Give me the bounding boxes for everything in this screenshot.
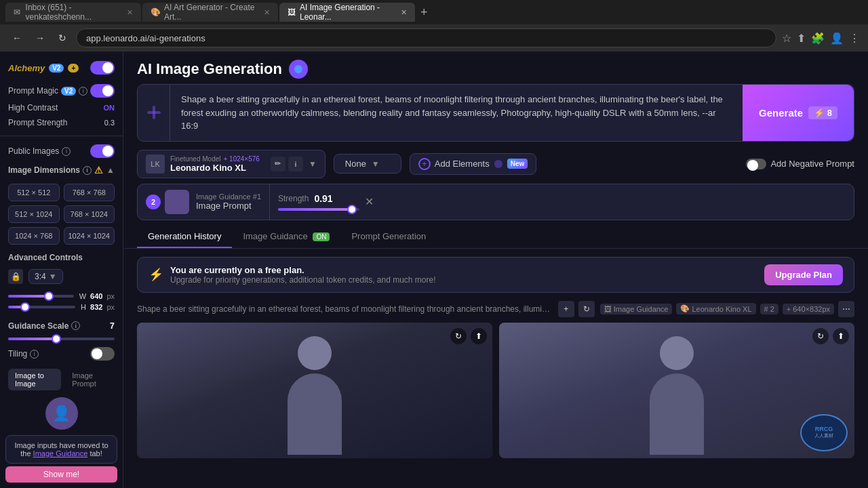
gen-more-icon[interactable]: ⋯ [838,301,854,317]
refresh-button[interactable]: ↻ [54,30,71,46]
height-slider-thumb[interactable] [20,302,30,312]
prompt-strength-row: Prompt Strength 0.3 [0,115,123,130]
share-icon[interactable]: ⬆ [797,32,806,45]
gen-size-icon: + [787,305,791,313]
svg-point-3 [494,160,502,168]
prompt-magic-label: Prompt Magic V2 i [8,86,87,96]
public-images-toggle[interactable] [90,144,115,158]
upgrade-plan-button[interactable]: Upgrade Plan [764,264,843,285]
tab-close-gen[interactable]: ✕ [401,8,407,17]
negative-prompt-toggle-switch[interactable] [746,159,766,169]
tiling-info-icon[interactable]: i [30,350,39,359]
extensions-icon[interactable]: 🧩 [811,32,825,45]
gen-meta: 🖼 Image Guidance 🎨 Leonardo Kino XL # 2 … [600,301,854,317]
image-guidance-on-badge: ON [313,232,330,241]
image-guidance-link[interactable]: Image Guidance [33,449,88,458]
image-action-2[interactable]: ⬆ [471,328,487,344]
guidance-slider-track[interactable] [8,338,115,340]
image-guidance-area: 2 Image Guidance #1 Image Prompt Strengt… [137,184,854,220]
show-me-button[interactable]: Show me! [5,466,117,483]
model-action-icons: ✏ i [271,157,303,171]
gen-refresh-icon[interactable]: ↻ [578,301,595,317]
dim-btn-512x1024[interactable]: 512 × 1024 [8,205,60,223]
guidance-slider-thumb[interactable] [52,334,61,344]
tab-close-art[interactable]: ✕ [264,8,270,17]
dim-btn-1024x1024[interactable]: 1024 × 1024 [64,227,115,245]
main-content: AI Image Generation Shape a beer sitting… [123,52,868,488]
prompt-strength-label: Prompt Strength [8,118,67,127]
tab-favicon-art: 🎨 [151,7,160,17]
height-slider-track[interactable] [8,306,75,308]
style-selector[interactable]: None ▼ [334,154,401,174]
strength-thumb[interactable] [347,205,357,214]
gen-add-icon[interactable]: + [558,301,574,317]
gen-count-meta: # 2 [760,304,778,314]
dim-btn-768x768[interactable]: 768 × 768 [64,184,115,201]
width-row: W 640 px [8,292,115,300]
prompt-icon [138,85,170,141]
url-input[interactable] [76,28,776,47]
prompt-magic-info-icon[interactable]: i [79,87,87,96]
image-action-4[interactable]: ⬆ [833,328,849,344]
add-elements-button[interactable]: + Add Elements New [410,153,537,175]
forward-button[interactable]: → [31,30,49,46]
image-prompt-tab[interactable]: Image Prompt [65,369,115,390]
model-info-icon[interactable]: i [288,157,303,171]
back-button[interactable]: ← [8,30,26,46]
profile-icon[interactable]: 👤 [830,32,844,45]
dim-btn-1024x768[interactable]: 1024 × 768 [8,227,60,245]
prompt-area: Shape a beer sitting gracefully in an et… [137,84,854,142]
lock-icon[interactable]: 🔒 [8,269,23,284]
tab-generation-history[interactable]: Generation History [137,226,232,248]
prompt-magic-row: Prompt Magic V2 i [0,81,123,100]
width-slider-track[interactable] [8,295,74,298]
gen-model-meta: 🎨 Leonardo Kino XL [676,303,755,314]
tab-bar: ✉ Inbox (651) - venkateshchenn... ✕ 🎨 AI… [0,0,868,24]
sidebar: Alchemy V2 + Prompt Magic V2 i High Cont… [0,52,123,488]
new-tab-button[interactable]: + [416,5,432,20]
guidance-scale-header: Guidance Scale i 7 [0,317,123,335]
model-edit-icon[interactable]: ✏ [271,157,285,171]
tab-gmail[interactable]: ✉ Inbox (651) - venkateshchenn... ✕ [5,3,141,22]
image-dimensions-collapse-icon[interactable]: ▲ [106,165,115,175]
image-action-3[interactable]: ↻ [812,328,829,344]
model-chevron: ▼ [309,159,317,169]
strength-close-button[interactable]: ✕ [365,195,374,208]
image-overlay-icons-2: ↻ ⬆ [812,328,849,344]
width-slider-thumb[interactable] [44,291,54,301]
public-images-info-icon[interactable]: i [62,147,71,156]
gen-info-text: Shape a beer sitting gracefully in an et… [137,304,553,314]
dim-btn-768x1024[interactable]: 768 × 1024 [64,205,115,223]
guidance-scale-info-icon[interactable]: i [71,321,80,330]
app-container: Alchemy V2 + Prompt Magic V2 i High Cont… [0,52,868,488]
page-header: AI Image Generation [123,52,868,84]
tiling-toggle[interactable] [90,347,115,361]
generate-button[interactable]: Generate ⚡ 8 [743,85,854,141]
guidance-card: 2 Image Guidance #1 Image Prompt [138,184,269,220]
tab-image-gen[interactable]: 🖼 AI Image Generation - Leonar... ✕ [279,3,415,22]
negative-prompt-toggle[interactable]: Add Negative Prompt [746,159,854,169]
tab-close-gmail[interactable]: ✕ [127,8,133,17]
image-dimensions-info-icon[interactable]: i [83,166,92,175]
image-to-image-tab[interactable]: Image to Image [8,369,61,390]
prompt-strength-value: 0.3 [104,119,115,127]
prompt-magic-toggle[interactable] [90,84,115,98]
ratio-chevron: ▼ [49,272,57,281]
prompt-text[interactable]: Shape a beer sitting gracefully in an et… [170,85,743,141]
new-badge: New [507,159,528,169]
dimension-grid: 512 × 512 768 × 768 512 × 1024 768 × 102… [0,180,123,249]
alchemy-toggle[interactable] [90,61,115,75]
tab-prompt-generation[interactable]: Prompt Generation [340,226,437,248]
show-advanced-settings[interactable]: ▶ Show Advanced Settings [0,485,123,488]
public-images-row: Public Images i [0,142,123,161]
star-icon[interactable]: ☆ [782,32,791,45]
model-selector[interactable]: LK Finetuned Model + 1024×576 Leonardo K… [137,150,326,178]
dim-btn-512x512[interactable]: 512 × 512 [8,184,60,201]
menu-icon[interactable]: ⋮ [849,32,860,45]
high-contrast-row: High Contrast ON [0,100,123,115]
tab-image-guidance[interactable]: Image Guidance ON [232,226,340,248]
image-action-1[interactable]: ↻ [450,328,467,344]
tab-ai-art[interactable]: 🎨 AI Art Generator - Create Art... ✕ [142,3,278,22]
ratio-select[interactable]: 3:4 ▼ [28,269,63,284]
strength-slider-track[interactable] [278,208,359,211]
